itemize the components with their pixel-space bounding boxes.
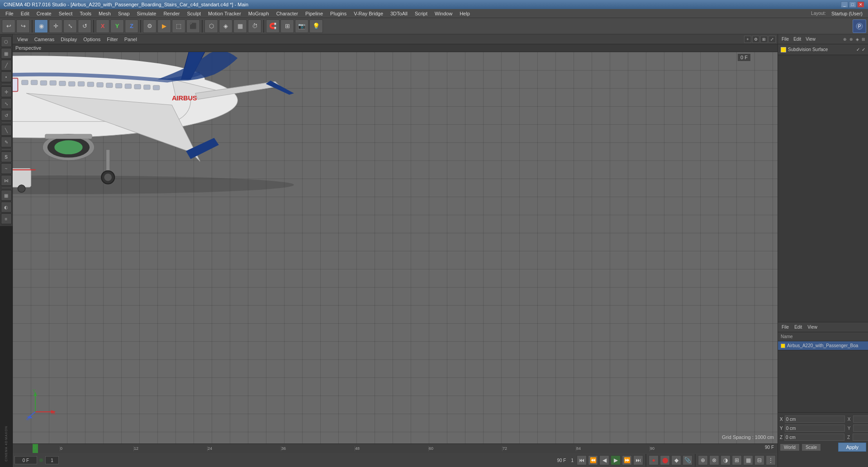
menu-render[interactable]: Render <box>160 9 183 18</box>
tool-polygons[interactable]: ▦ <box>1 48 12 59</box>
object-manager-button[interactable]: ⬡ <box>204 19 218 33</box>
tool-rotate[interactable]: ↺ <box>1 110 12 121</box>
menu-motion-tracker[interactable]: Motion Tracker <box>204 9 245 18</box>
menu-simulate[interactable]: Simulate <box>133 9 160 18</box>
menu-script[interactable]: Script <box>411 9 431 18</box>
om-edit-menu[interactable]: Edit <box>792 36 803 42</box>
tool-layers[interactable]: ≡ <box>1 213 12 224</box>
coord-z-pos[interactable] <box>784 434 844 441</box>
om-icon-1[interactable]: ⊕ <box>842 37 848 42</box>
rotate-button[interactable]: ↺ <box>78 19 91 33</box>
key-button[interactable]: ◆ <box>671 455 681 465</box>
vp-menu-panel[interactable]: Panel <box>122 36 140 43</box>
tool-move[interactable]: ✛ <box>1 86 12 97</box>
render-active-button[interactable]: ⬛ <box>186 19 200 33</box>
camera-button[interactable]: 📷 <box>295 19 308 33</box>
tool-points[interactable]: • <box>1 71 12 82</box>
tool-squiggle[interactable]: ~ <box>1 163 12 174</box>
python-button[interactable]: P <box>853 19 866 33</box>
undo-button[interactable]: ↩ <box>2 19 15 33</box>
axis-z-button[interactable]: Z <box>125 19 138 33</box>
object-item-airbus[interactable]: Airbus_A220_with_Passenger_Boa <box>778 341 868 350</box>
timeline-icon-3[interactable]: ◑ <box>721 455 730 465</box>
subdivision-check-1[interactable]: ✓ <box>856 47 860 52</box>
coord-scale-button[interactable]: Scale <box>802 443 821 451</box>
go-to-start-button[interactable]: ⏮ <box>577 455 587 465</box>
vp-menu-display[interactable]: Display <box>58 36 80 43</box>
move-button[interactable]: ✛ <box>49 19 62 33</box>
om-file-menu[interactable]: File <box>780 36 791 42</box>
tool-scale[interactable]: ⤡ <box>1 98 12 109</box>
coord-world-button[interactable]: World <box>780 443 800 451</box>
menu-tools[interactable]: Tools <box>76 9 95 18</box>
vp-menu-filter[interactable]: Filter <box>104 36 120 43</box>
layer-manager-button[interactable]: ▦ <box>233 19 247 33</box>
om-icon-3[interactable]: ◈ <box>855 37 860 42</box>
vp-layout-button[interactable]: ⊞ <box>760 36 768 43</box>
tool-s[interactable]: S <box>1 151 12 162</box>
coord-y-pos[interactable] <box>785 425 845 432</box>
menu-help[interactable]: Help <box>456 9 474 18</box>
om-view-menu[interactable]: View <box>804 36 817 42</box>
play-reverse-button[interactable]: ◀ <box>599 455 609 465</box>
hier-edit-menu[interactable]: Edit <box>792 324 804 330</box>
menu-pipeline[interactable]: Pipeline <box>302 9 327 18</box>
coord-x-pos[interactable] <box>785 415 845 423</box>
om-icon-2[interactable]: ⊗ <box>849 37 854 42</box>
motion-clip-button[interactable]: 📎 <box>683 455 693 465</box>
auto-key-button[interactable]: ⬤ <box>660 455 670 465</box>
vp-settings-button[interactable]: ⚙ <box>752 36 759 43</box>
coord-z-size[interactable] <box>853 434 868 441</box>
subdivision-check-2[interactable]: ✓ <box>862 47 865 52</box>
menu-mesh[interactable]: Mesh <box>95 9 114 18</box>
render-settings-button[interactable]: ⚙ <box>143 19 157 33</box>
vp-fullscreen-button[interactable]: ⤢ <box>768 36 776 43</box>
hier-view-menu[interactable]: View <box>806 324 819 330</box>
axis-x-button[interactable]: X <box>96 19 109 33</box>
tool-line[interactable]: ╲ <box>1 125 12 136</box>
render-button[interactable]: ▶ <box>157 19 171 33</box>
hier-file-menu[interactable]: File <box>780 324 791 330</box>
menu-sculpt[interactable]: Sculpt <box>183 9 204 18</box>
current-frame-input[interactable] <box>14 456 37 464</box>
render-region-button[interactable]: ⬚ <box>172 19 185 33</box>
snap-button[interactable]: 🧲 <box>266 19 280 33</box>
menu-window[interactable]: Window <box>431 9 456 18</box>
layout-selector[interactable]: Startup (User) <box>828 9 866 18</box>
coord-y-size[interactable] <box>853 425 868 432</box>
coord-x-size[interactable] <box>853 415 868 423</box>
tool-objects[interactable]: ⬡ <box>1 36 12 47</box>
timeline-icon-7[interactable]: ⋮ <box>766 455 776 465</box>
menu-file[interactable]: File <box>2 9 17 18</box>
play-button[interactable]: ▶ <box>611 455 621 465</box>
tool-checker[interactable]: ▦ <box>1 190 12 201</box>
timeline-icon-2[interactable]: ⊗ <box>709 455 719 465</box>
redo-button[interactable]: ↪ <box>16 19 30 33</box>
lights-button[interactable]: 💡 <box>309 19 323 33</box>
frame-step-input[interactable] <box>45 456 59 464</box>
menu-edit[interactable]: Edit <box>17 9 33 18</box>
vp-menu-cameras[interactable]: Cameras <box>32 36 57 43</box>
step-forward-button[interactable]: ⏩ <box>622 455 632 465</box>
timeline-icon-1[interactable]: ⊕ <box>698 455 708 465</box>
close-button[interactable]: ✕ <box>857 1 864 8</box>
vp-maximize-button[interactable]: + <box>744 36 751 43</box>
maximize-button[interactable]: □ <box>849 1 856 8</box>
menu-mograph[interactable]: MoGraph <box>245 9 273 18</box>
3d-viewport[interactable]: A220 <box>13 52 778 443</box>
workplane-button[interactable]: ⊞ <box>280 19 294 33</box>
menu-vray[interactable]: V-Ray Bridge <box>350 9 387 18</box>
vp-menu-options[interactable]: Options <box>81 36 103 43</box>
menu-create[interactable]: Create <box>33 9 55 18</box>
apply-button[interactable]: Apply <box>838 443 866 452</box>
timeline-icon-4[interactable]: ⊞ <box>732 455 742 465</box>
tool-pen[interactable]: ✎ <box>1 137 12 147</box>
material-editor-button[interactable]: ◈ <box>219 19 232 33</box>
menu-snap[interactable]: Snap <box>114 9 133 18</box>
timeline-icon-6[interactable]: ⊟ <box>754 455 764 465</box>
menu-character[interactable]: Character <box>273 9 302 18</box>
scale-button[interactable]: ⤡ <box>63 19 77 33</box>
om-icon-4[interactable]: ⊞ <box>861 37 866 42</box>
live-selection-button[interactable]: ◉ <box>34 19 48 33</box>
record-button[interactable]: ● <box>649 455 659 465</box>
